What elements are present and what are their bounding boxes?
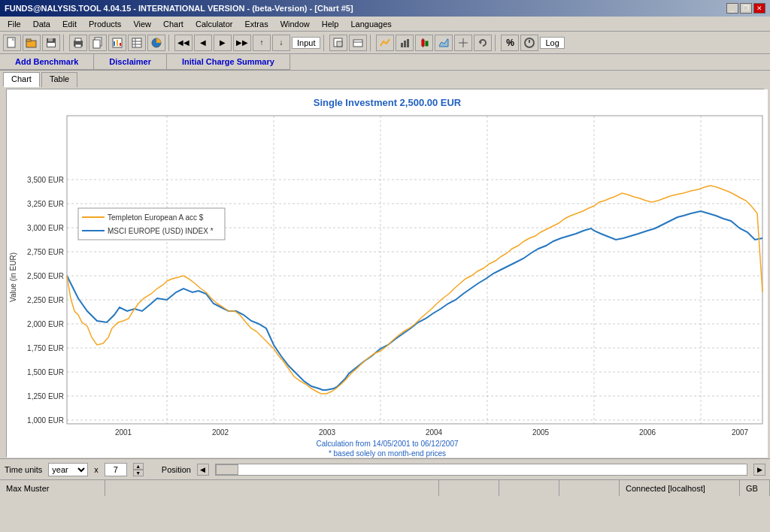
main-area: Single Investment 2,500.00 EUR <box>0 87 770 458</box>
svg-text:Value (in EUR): Value (in EUR) <box>9 252 17 302</box>
svg-rect-29 <box>426 41 428 46</box>
svg-text:3,000 EUR: 3,000 EUR <box>27 224 64 232</box>
window-controls[interactable]: _ ❐ ✕ <box>726 3 765 14</box>
svg-rect-8 <box>75 38 81 41</box>
menu-item-chart[interactable]: Chart <box>159 19 188 29</box>
minimize-button[interactable]: _ <box>726 3 738 14</box>
status-connection: Connected [localhost] <box>620 480 740 496</box>
svg-text:2,250 EUR: 2,250 EUR <box>27 296 64 304</box>
svg-text:2005: 2005 <box>532 428 550 437</box>
chart-container: Single Investment 2,500.00 EUR <box>6 89 764 457</box>
position-scroll-left[interactable]: ◀ <box>197 464 209 476</box>
toolbar: ◀◀ ◀ ▶ ▶▶ ↑ ↓ Input % Log <box>0 32 770 54</box>
menu-item-edit[interactable]: Edit <box>58 19 81 29</box>
chart-tabs-bar: Chart Table <box>0 71 770 87</box>
spin-down-button[interactable]: ▼ <box>133 470 144 476</box>
status-info-2 <box>439 480 499 496</box>
menu-item-view[interactable]: View <box>129 19 156 29</box>
tb-box2-button[interactable] <box>349 35 367 51</box>
table-tab[interactable]: Table <box>41 72 77 87</box>
chart-title: Single Investment 2,500.00 EUR <box>314 97 462 108</box>
tb-save-button[interactable] <box>42 35 60 51</box>
tb-nav5-button[interactable]: ↑ <box>253 35 271 51</box>
svg-text:1,250 EUR: 1,250 EUR <box>27 392 64 401</box>
tb-nav6-button[interactable]: ↓ <box>272 35 290 51</box>
toolbar-sep-2 <box>168 35 171 51</box>
menu-item-data[interactable]: Data <box>29 19 55 29</box>
tb-refresh-button[interactable] <box>474 35 492 51</box>
position-scroll-right[interactable]: ▶ <box>753 464 765 476</box>
menu-item-window[interactable]: Window <box>276 19 314 29</box>
menu-item-file[interactable]: File <box>3 19 26 29</box>
svg-rect-3 <box>26 39 31 41</box>
tb-copy-button[interactable] <box>89 35 107 51</box>
restore-button[interactable]: ❐ <box>740 3 752 14</box>
initial-charge-summary-tab[interactable]: Initial Charge Summary <box>167 54 290 70</box>
add-benchmark-tab[interactable]: Add Benchmark <box>0 54 94 70</box>
position-scrollbar[interactable] <box>215 464 747 476</box>
toolbar-sep-5 <box>495 35 498 51</box>
status-info-3 <box>499 480 559 496</box>
svg-text:2,000 EUR: 2,000 EUR <box>27 320 64 328</box>
svg-text:3,500 EUR: 3,500 EUR <box>27 176 64 184</box>
tb-print-button[interactable] <box>69 35 87 51</box>
close-button[interactable]: ✕ <box>753 3 765 14</box>
menu-item-products[interactable]: Products <box>84 19 126 29</box>
multiplier-input[interactable] <box>105 463 127 476</box>
spin-up-button[interactable]: ▲ <box>133 463 144 470</box>
svg-rect-23 <box>353 40 362 47</box>
toolbar-sep-3 <box>323 35 326 51</box>
svg-rect-11 <box>93 40 100 48</box>
svg-text:1,750 EUR: 1,750 EUR <box>27 344 64 352</box>
menu-item-extras[interactable]: Extras <box>240 19 272 29</box>
title-bar: FUNDS@NALYSIS.TOOL 4.04.15 - INTERNATION… <box>0 0 770 17</box>
tb-box1-button[interactable] <box>329 35 347 51</box>
time-unit-select[interactable]: year month week day <box>48 463 88 476</box>
svg-text:2004: 2004 <box>426 428 443 437</box>
chart-tab[interactable]: Chart <box>3 72 40 87</box>
time-units-label: Time units <box>5 465 42 474</box>
tb-candle-button[interactable] <box>415 35 433 51</box>
toolbar-sep-4 <box>370 35 373 51</box>
tb-table-button[interactable] <box>128 35 146 51</box>
tb-chart-button[interactable] <box>108 35 126 51</box>
svg-rect-5 <box>48 38 53 41</box>
tb-graph-button[interactable] <box>147 35 165 51</box>
nav-tabs: Add Benchmark Disclaimer Initial Charge … <box>0 54 770 71</box>
tb-nav2-button[interactable]: ◀ <box>194 35 212 51</box>
window-title: FUNDS@NALYSIS.TOOL 4.04.15 - INTERNATION… <box>5 4 353 13</box>
svg-text:2,750 EUR: 2,750 EUR <box>27 248 64 256</box>
multiplier-spinner[interactable]: ▲ ▼ <box>133 463 144 476</box>
svg-text:1,500 EUR: 1,500 EUR <box>27 368 64 376</box>
tb-open-button[interactable] <box>23 35 41 51</box>
menu-item-help[interactable]: Help <box>317 19 344 29</box>
svg-rect-22 <box>337 41 342 47</box>
tb-nav3-button[interactable]: ▶ <box>214 35 232 51</box>
tb-bar-button[interactable] <box>396 35 414 51</box>
menu-item-languages[interactable]: Languages <box>346 19 396 29</box>
status-info-4 <box>559 480 620 496</box>
tb-new-button[interactable] <box>3 35 21 51</box>
position-label: Position <box>162 465 191 474</box>
tb-line-button[interactable] <box>376 35 394 51</box>
menu-item-calculator[interactable]: Calculator <box>191 19 238 29</box>
tb-area-button[interactable] <box>435 35 453 51</box>
status-user: Max Muster <box>0 480 105 496</box>
tb-pct-button[interactable]: % <box>501 35 519 51</box>
svg-rect-26 <box>404 41 406 47</box>
multiplier-x: x <box>94 465 99 474</box>
svg-text:MSCI EUROPE (USD) INDEX *: MSCI EUROPE (USD) INDEX * <box>108 227 214 235</box>
tb-scatter-button[interactable] <box>454 35 472 51</box>
svg-text:2006: 2006 <box>639 428 656 437</box>
tb-nav4-button[interactable]: ▶▶ <box>233 35 251 51</box>
menu-bar: File Data Edit Products View Chart Calcu… <box>0 17 770 32</box>
tb-nav1-button[interactable]: ◀◀ <box>174 35 192 51</box>
svg-text:2001: 2001 <box>115 428 132 437</box>
tb-log-label: Log <box>540 37 564 49</box>
status-region: GB <box>740 480 770 496</box>
tb-dial-button[interactable] <box>520 35 538 51</box>
svg-text:2,500 EUR: 2,500 EUR <box>27 272 64 280</box>
svg-rect-16 <box>132 38 141 47</box>
disclaimer-tab[interactable]: Disclaimer <box>94 54 167 70</box>
chart-svg: Single Investment 2,500.00 EUR <box>7 89 768 458</box>
